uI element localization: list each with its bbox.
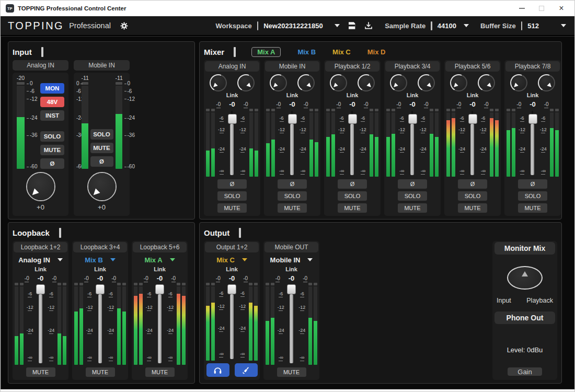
fader-handle[interactable] bbox=[288, 114, 297, 124]
solo-button[interactable]: SOLO bbox=[90, 129, 113, 140]
link-toggle[interactable]: Link bbox=[326, 92, 378, 100]
fader-handle[interactable] bbox=[36, 284, 45, 294]
fader-handle[interactable] bbox=[528, 114, 537, 124]
link-toggle[interactable]: Link bbox=[206, 266, 258, 274]
pan-left-knob[interactable] bbox=[330, 74, 347, 91]
link-toggle[interactable]: Link bbox=[507, 92, 559, 100]
pan-left-knob[interactable] bbox=[210, 74, 227, 91]
monitor-button[interactable]: MON bbox=[40, 83, 64, 94]
phase-button[interactable]: Ø bbox=[40, 158, 64, 169]
mute-button[interactable]: MUTE bbox=[338, 203, 367, 213]
phase-button[interactable]: Ø bbox=[458, 179, 487, 189]
gain-knob[interactable] bbox=[87, 172, 117, 201]
link-toggle[interactable]: Link bbox=[266, 92, 318, 100]
pan-right-knob[interactable] bbox=[237, 74, 255, 91]
pan-left-knob[interactable] bbox=[270, 74, 287, 91]
source-select[interactable]: Mix B bbox=[74, 253, 126, 266]
headphone-out-button[interactable] bbox=[206, 363, 229, 377]
export-workspace-button[interactable] bbox=[364, 21, 373, 30]
settings-button[interactable] bbox=[119, 21, 129, 31]
pan-left-knob[interactable] bbox=[510, 74, 527, 91]
channel-fader[interactable] bbox=[528, 109, 537, 177]
monitor-mix-knob[interactable] bbox=[507, 266, 543, 290]
maximize-button[interactable] bbox=[532, 2, 551, 15]
phase-button[interactable]: Ø bbox=[217, 179, 247, 189]
mute-button[interactable]: MUTE bbox=[86, 367, 115, 377]
pan-right-knob[interactable] bbox=[297, 74, 315, 91]
link-toggle[interactable]: Link bbox=[15, 266, 66, 274]
phase-button[interactable]: Ø bbox=[338, 179, 367, 189]
mute-button[interactable]: MUTE bbox=[26, 367, 55, 377]
link-toggle[interactable]: Link bbox=[386, 92, 439, 100]
fader-handle[interactable] bbox=[408, 114, 417, 124]
mute-button[interactable]: MUTE bbox=[145, 367, 175, 377]
channel-fader[interactable] bbox=[96, 283, 105, 365]
gain-knob[interactable] bbox=[26, 172, 55, 201]
mute-button[interactable]: MUTE bbox=[277, 367, 306, 377]
pan-right-knob[interactable] bbox=[478, 74, 495, 91]
tab-mix-a[interactable]: Mix A bbox=[251, 47, 281, 57]
instrument-button[interactable]: INST bbox=[40, 110, 64, 121]
pan-right-knob[interactable] bbox=[538, 74, 555, 91]
solo-button[interactable]: SOLO bbox=[40, 131, 64, 142]
mute-button[interactable]: MUTE bbox=[518, 203, 547, 213]
source-select[interactable]: Mix C bbox=[206, 253, 258, 266]
source-select[interactable]: Analog IN bbox=[15, 253, 66, 266]
buffer-size-dropdown-arrow[interactable] bbox=[561, 24, 566, 27]
tab-mix-b[interactable]: Mix B bbox=[297, 48, 316, 56]
phantom-48v-button[interactable]: 48V bbox=[40, 97, 64, 107]
channel-fader[interactable] bbox=[37, 283, 45, 365]
solo-button[interactable]: SOLO bbox=[278, 191, 307, 201]
minimize-button[interactable] bbox=[512, 2, 532, 15]
pan-right-knob[interactable] bbox=[418, 74, 435, 91]
mute-button[interactable]: MUTE bbox=[217, 203, 247, 213]
source-select[interactable]: Mobile IN bbox=[266, 253, 317, 266]
workspace-dropdown-arrow[interactable] bbox=[335, 24, 340, 27]
workspace-value[interactable]: New202312221850 bbox=[263, 22, 332, 30]
channel-fader[interactable] bbox=[348, 109, 356, 177]
close-button[interactable]: × bbox=[551, 2, 571, 15]
fader-handle[interactable] bbox=[468, 114, 477, 124]
mute-button[interactable]: MUTE bbox=[40, 145, 64, 155]
link-toggle[interactable]: Link bbox=[446, 92, 499, 100]
channel-fader[interactable] bbox=[288, 283, 296, 365]
tab-mix-c[interactable]: Mix C bbox=[332, 48, 351, 56]
pan-left-knob[interactable] bbox=[390, 74, 407, 91]
solo-button[interactable]: SOLO bbox=[518, 191, 547, 201]
solo-button[interactable]: SOLO bbox=[398, 191, 427, 201]
line-out-button[interactable] bbox=[235, 363, 258, 377]
gain-button[interactable]: Gain bbox=[508, 367, 542, 376]
solo-button[interactable]: SOLO bbox=[217, 191, 247, 201]
mute-button[interactable]: MUTE bbox=[398, 203, 427, 213]
channel-fader[interactable] bbox=[288, 109, 296, 177]
fader-handle[interactable] bbox=[228, 114, 237, 124]
tab-mix-d[interactable]: Mix D bbox=[367, 48, 386, 56]
sample-rate-value[interactable]: 44100 bbox=[438, 22, 456, 30]
phase-button[interactable]: Ø bbox=[398, 179, 427, 189]
fader-handle[interactable] bbox=[287, 284, 296, 294]
link-toggle[interactable]: Link bbox=[134, 266, 186, 274]
phase-button[interactable]: Ø bbox=[278, 179, 307, 189]
channel-fader[interactable] bbox=[228, 283, 236, 361]
fader-handle[interactable] bbox=[96, 284, 105, 294]
save-workspace-button[interactable] bbox=[347, 21, 356, 30]
mute-button[interactable]: MUTE bbox=[458, 203, 487, 213]
sample-rate-dropdown-arrow[interactable] bbox=[464, 24, 469, 27]
solo-button[interactable]: SOLO bbox=[458, 191, 487, 201]
source-select[interactable]: Mix A bbox=[134, 253, 186, 266]
pan-right-knob[interactable] bbox=[358, 74, 375, 91]
phase-button[interactable]: Ø bbox=[518, 179, 547, 189]
mute-button[interactable]: MUTE bbox=[278, 203, 307, 213]
channel-fader[interactable] bbox=[228, 109, 236, 177]
channel-fader[interactable] bbox=[468, 109, 477, 177]
channel-fader[interactable] bbox=[408, 109, 417, 177]
link-toggle[interactable]: Link bbox=[74, 266, 126, 274]
channel-fader[interactable] bbox=[156, 283, 164, 365]
fader-handle[interactable] bbox=[155, 284, 164, 294]
pan-left-knob[interactable] bbox=[450, 74, 467, 91]
fader-handle[interactable] bbox=[348, 114, 357, 124]
phase-button[interactable]: Ø bbox=[90, 156, 113, 167]
link-toggle[interactable]: Link bbox=[266, 266, 317, 274]
mute-button[interactable]: MUTE bbox=[90, 143, 113, 153]
buffer-size-value[interactable]: 512 bbox=[527, 22, 539, 30]
